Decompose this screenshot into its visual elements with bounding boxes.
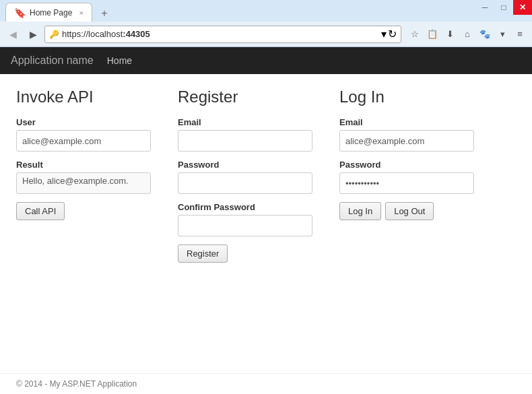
star-button[interactable]: ☆ (407, 26, 423, 42)
forward-button[interactable]: ▶ (24, 26, 42, 43)
download-button[interactable]: ⬇ (442, 26, 458, 42)
register-password-label: Password (178, 160, 323, 170)
address-controls: ▾ ↻ (381, 28, 397, 40)
logout-button[interactable]: Log Out (385, 202, 434, 220)
menu-button[interactable]: ≡ (512, 26, 528, 42)
tab-label: Home Page (30, 8, 72, 18)
register-email-label: Email (178, 117, 323, 127)
dropdown-icon[interactable]: ▾ (381, 28, 387, 40)
address-base: https://localhost (62, 29, 123, 39)
register-title: Register (178, 88, 323, 106)
user-input[interactable] (16, 130, 151, 152)
nav-home-link[interactable]: Home (107, 55, 132, 66)
clipboard-button[interactable]: 📋 (424, 26, 440, 42)
register-password-group: Password (178, 160, 323, 194)
window-controls: ─ □ ✕ (475, 0, 532, 15)
user-field-group: User (16, 117, 162, 152)
invoke-api-section: Invoke API User Result Hello, alice@exam… (16, 88, 178, 271)
call-api-group: Call API (16, 202, 162, 220)
login-password-label: Password (339, 160, 485, 170)
toolbar-icons: ☆ 📋 ⬇ ⌂ 🐾 ▾ ≡ (407, 26, 528, 42)
new-tab-button[interactable]: + (95, 5, 114, 22)
refresh-icon[interactable]: ↻ (388, 28, 397, 40)
tab-bar: 🔖 Home Page × + (5, 0, 114, 22)
maximize-button[interactable]: □ (494, 0, 513, 15)
login-password-input[interactable] (339, 172, 474, 194)
back-button[interactable]: ◀ (4, 26, 22, 43)
register-button[interactable]: Register (178, 244, 228, 263)
tab-icon: 🔖 (14, 7, 26, 18)
register-confirm-group: Confirm Password (178, 202, 323, 236)
login-email-input[interactable] (339, 130, 474, 152)
toolbar-dropdown[interactable]: ▾ (494, 26, 510, 42)
register-password-input[interactable] (178, 172, 312, 194)
user-label: User (16, 117, 162, 127)
content-grid: Invoke API User Result Hello, alice@exam… (16, 88, 516, 271)
title-bar: 🔖 Home Page × + ─ □ ✕ (0, 0, 532, 22)
login-title: Log In (339, 88, 485, 106)
app-navbar: Application name Home (0, 47, 532, 74)
register-confirm-input[interactable] (178, 215, 312, 236)
page-footer: © 2014 - My ASP.NET Application (0, 373, 532, 394)
address-input-wrap[interactable]: 🔑 https://localhost:44305 ▾ ↻ (44, 26, 401, 43)
call-api-button[interactable]: Call API (16, 202, 65, 220)
login-button[interactable]: Log In (339, 202, 381, 220)
result-box: Hello, alice@example.com. (16, 172, 151, 194)
register-btn-group: Register (178, 244, 323, 263)
result-label: Result (16, 160, 162, 170)
register-email-group: Email (178, 117, 323, 152)
home-button[interactable]: ⌂ (459, 26, 475, 42)
app-name: Application name (11, 55, 94, 67)
register-section: Register Email Password Confirm Password… (178, 88, 339, 271)
lock-icon: 🔑 (49, 30, 59, 39)
invoke-api-title: Invoke API (16, 88, 162, 106)
address-port: :44305 (123, 29, 149, 39)
page-content: Invoke API User Result Hello, alice@exam… (0, 74, 532, 373)
result-field-group: Result Hello, alice@example.com. (16, 160, 162, 194)
close-button[interactable]: ✕ (513, 0, 532, 15)
tab-close-button[interactable]: × (79, 9, 83, 17)
register-email-input[interactable] (178, 130, 312, 152)
login-password-group: Password (339, 160, 485, 194)
bookmarks-button[interactable]: 🐾 (477, 26, 493, 42)
login-email-group: Email (339, 117, 485, 152)
minimize-button[interactable]: ─ (475, 0, 494, 15)
address-bar: ◀ ▶ 🔑 https://localhost:44305 ▾ ↻ ☆ 📋 ⬇ … (0, 22, 532, 47)
browser-tab[interactable]: 🔖 Home Page × (5, 3, 92, 22)
login-btn-group: Log In Log Out (339, 202, 485, 220)
login-section: Log In Email Password Log In Log Out (339, 88, 501, 271)
register-confirm-label: Confirm Password (178, 202, 323, 212)
address-url[interactable]: https://localhost:44305 (62, 29, 378, 39)
footer-text: © 2014 - My ASP.NET Application (16, 379, 137, 389)
login-button-group: Log In Log Out (339, 202, 485, 220)
login-email-label: Email (339, 117, 485, 127)
browser-window: 🔖 Home Page × + ─ □ ✕ ◀ ▶ 🔑 https://loca… (0, 0, 532, 394)
